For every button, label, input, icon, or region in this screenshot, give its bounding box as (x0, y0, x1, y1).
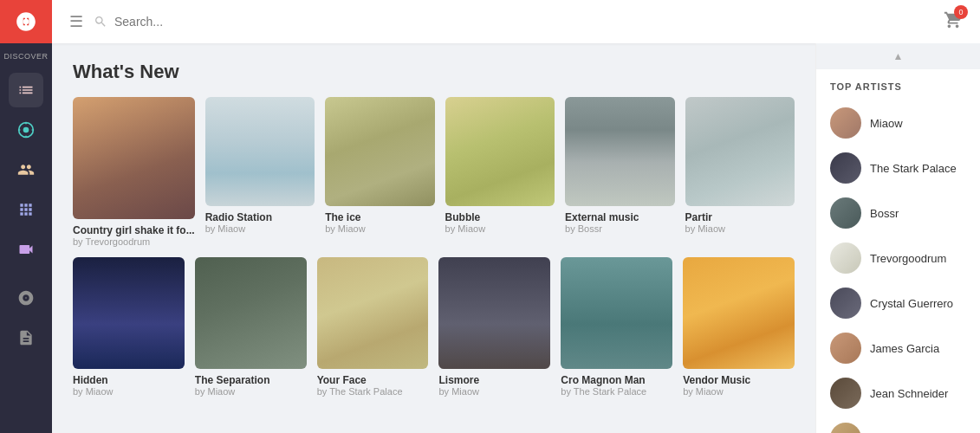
svg-point-0 (23, 19, 29, 25)
artist-item[interactable]: Bossr (816, 191, 980, 236)
svg-point-2 (23, 127, 29, 133)
track-title: The ice (325, 211, 434, 223)
track-thumbnail (565, 97, 674, 206)
track-card[interactable]: Your Faceby The Stark Palace (317, 257, 429, 397)
sidebar-item-album[interactable] (9, 281, 43, 315)
sidebar-item-radio[interactable] (9, 113, 43, 147)
track-artist: by The Stark Palace (561, 386, 672, 397)
track-thumbnail (73, 97, 195, 219)
track-artist: by Trevorgoodrum (73, 236, 195, 247)
track-thumbnail (683, 257, 795, 369)
artist-name: Bossr (870, 207, 899, 220)
track-title: External music (565, 211, 674, 223)
artist-avatar (830, 242, 861, 274)
tracks-grid-row2: Hiddenby MiaowThe Separationby MiaowYour… (73, 257, 795, 397)
artist-avatar (830, 197, 861, 229)
music-section: What's New Country girl shake it fo...by… (52, 43, 815, 433)
track-thumbnail (317, 257, 429, 369)
sidebar-item-users[interactable] (9, 152, 43, 187)
artist-avatar (830, 378, 861, 409)
track-thumbnail (561, 257, 672, 369)
track-card[interactable]: The Separationby Miaow (195, 257, 307, 397)
track-artist: by Miaow (685, 223, 795, 234)
track-title: Radio Station (205, 211, 315, 223)
track-title: Vendor Music (683, 374, 795, 386)
section-title: What's New (73, 61, 795, 83)
discover-label: Discover (3, 52, 48, 61)
track-card[interactable]: Cro Magnon Manby The Stark Palace (561, 257, 672, 397)
app-logo (0, 0, 52, 43)
track-thumbnail (195, 257, 307, 369)
cart-wrap[interactable]: 0 (944, 10, 963, 33)
track-artist: by Bossr (565, 223, 674, 234)
sidebar-item-apps[interactable] (9, 192, 43, 227)
track-title: Bubble (445, 211, 555, 223)
artists-list: MiaowThe Stark PalaceBossrTrevorgoodrumC… (816, 100, 980, 433)
artist-name: Miaow (870, 117, 903, 130)
track-card[interactable]: Hiddenby Miaow (73, 257, 185, 397)
track-title: Cro Magnon Man (561, 374, 672, 386)
track-thumbnail (73, 257, 185, 369)
track-title: Hidden (73, 374, 185, 386)
sidebar-item-doc[interactable] (9, 320, 43, 355)
search-wrap (94, 15, 933, 29)
track-artist: by Miaow (73, 386, 185, 397)
main-content: ☰ 0 What's New Country girl shake it fo.… (52, 0, 980, 433)
artist-item[interactable]: Jean Schneider (816, 371, 980, 416)
track-artist: by Miaow (438, 386, 550, 397)
artist-item[interactable]: The Stark Palace (816, 145, 980, 191)
track-card[interactable]: External musicby Bossr (565, 97, 674, 247)
search-input[interactable] (114, 15, 933, 29)
topbar: ☰ 0 (52, 0, 980, 43)
track-artist: by Miaow (445, 223, 555, 234)
right-sidebar: ▲ Top Artists MiaowThe Stark PalaceBossr… (815, 43, 980, 433)
artist-avatar (830, 288, 861, 319)
track-card[interactable]: Bubbleby Miaow (445, 97, 555, 247)
artist-name: The Stark Palace (870, 162, 957, 175)
track-title: Country girl shake it fo... (73, 224, 195, 236)
content-area: What's New Country girl shake it fo...by… (52, 43, 980, 433)
track-card[interactable]: Lismoreby Miaow (438, 257, 550, 397)
artist-name: Jean Schneider (870, 387, 948, 400)
track-artist: by The Stark Palace (317, 386, 429, 397)
cart-badge: 0 (954, 5, 968, 19)
artist-item[interactable]: Crystal Guerrero (816, 281, 980, 326)
track-artist: by Miaow (195, 386, 307, 397)
track-card[interactable]: Radio Stationby Miaow (205, 97, 315, 247)
artist-item[interactable]: James Garcia (816, 326, 980, 371)
sidebar-item-video[interactable] (9, 232, 43, 267)
track-title: Lismore (438, 374, 550, 386)
top-artists-header: Top Artists (816, 69, 980, 100)
artist-item[interactable]: Trevorgoodrum (816, 236, 980, 281)
artist-avatar (830, 107, 861, 139)
track-artist: by Miaow (205, 223, 315, 234)
artist-avatar (830, 333, 861, 364)
search-icon (94, 15, 107, 29)
track-card[interactable]: The iceby Miaow (325, 97, 434, 247)
artist-name: Crystal Guerrero (870, 297, 953, 310)
artist-item[interactable]: Jeremy Scott (816, 416, 980, 433)
track-card[interactable]: Partirby Miaow (685, 97, 795, 247)
scroll-up-indicator[interactable]: ▲ (816, 43, 980, 69)
track-artist: by Miaow (325, 223, 434, 234)
track-title: Your Face (317, 374, 429, 386)
tracks-grid-row1: Country girl shake it fo...by Trevorgood… (73, 97, 795, 247)
sidebar: Discover (0, 0, 52, 433)
track-title: Partir (685, 211, 795, 223)
track-thumbnail (325, 97, 434, 206)
artist-avatar (830, 152, 861, 184)
sidebar-item-discover[interactable] (9, 73, 43, 107)
track-title: The Separation (195, 374, 307, 386)
artist-item[interactable]: Miaow (816, 100, 980, 145)
track-thumbnail (438, 257, 550, 369)
menu-icon[interactable]: ☰ (69, 12, 83, 31)
track-card[interactable]: Country girl shake it fo...by Trevorgood… (73, 97, 195, 247)
artist-avatar (830, 423, 861, 433)
track-thumbnail (685, 97, 795, 206)
track-thumbnail (445, 97, 555, 206)
track-card[interactable]: Vendor Musicby Miaow (683, 257, 795, 397)
artist-name: James Garcia (870, 342, 939, 355)
track-thumbnail (205, 97, 315, 206)
track-artist: by Miaow (683, 386, 795, 397)
artist-name: Trevorgoodrum (870, 252, 946, 265)
